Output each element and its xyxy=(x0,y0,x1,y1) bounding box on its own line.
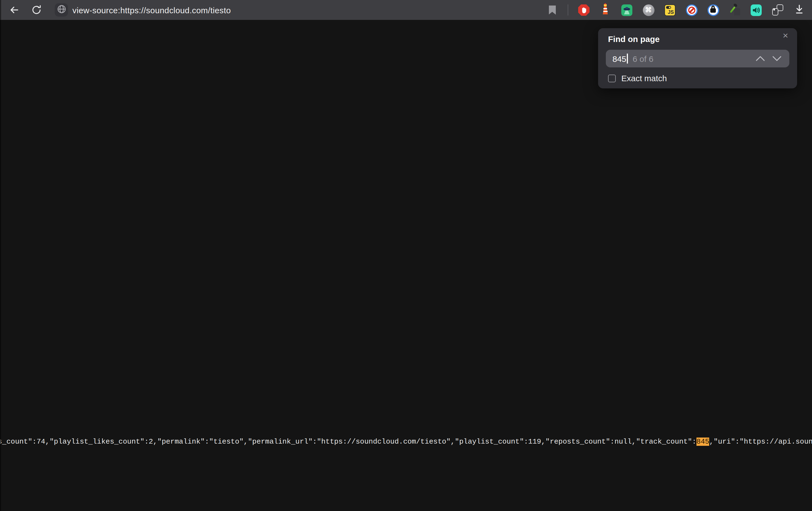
match-count: 6 of 6 xyxy=(633,54,654,63)
globe-favicon-icon xyxy=(57,4,66,16)
site-favicon-chip[interactable] xyxy=(55,3,68,17)
view-source-page: s_count":74,"playlist_likes_count":2,"pe… xyxy=(0,20,812,511)
extension-blocker-sign[interactable] xyxy=(686,4,698,16)
toolbar-extensions-area: ⌘ JS xyxy=(546,0,805,20)
source-text-before-match: s_count":74,"playlist_likes_count":2,"pe… xyxy=(0,438,696,446)
close-button[interactable]: × xyxy=(781,31,790,41)
reload-button[interactable] xyxy=(29,2,44,18)
find-match-highlight: 845 xyxy=(696,438,709,446)
reload-icon xyxy=(31,5,41,15)
previous-match-button[interactable] xyxy=(756,54,765,63)
command-extension-icon: ⌘ xyxy=(643,4,654,16)
js-label: JS xyxy=(668,9,674,14)
lighthouse-extension-icon xyxy=(600,3,611,17)
command-glyph: ⌘ xyxy=(645,6,652,14)
downloads-button[interactable] xyxy=(793,4,805,16)
download-icon xyxy=(794,4,804,16)
tab-stack-button[interactable] xyxy=(772,4,784,16)
find-on-page-panel: Find on page × 845 6 of 6 xyxy=(598,28,797,88)
find-search-input[interactable]: 845 6 of 6 xyxy=(606,50,789,67)
bookmark-icon xyxy=(549,5,556,14)
back-button[interactable] xyxy=(6,2,22,18)
extension-volume[interactable] xyxy=(750,4,762,16)
exact-match-checkbox[interactable] xyxy=(608,74,616,82)
ufo-extension-icon xyxy=(621,4,632,16)
extension-command[interactable]: ⌘ xyxy=(642,4,655,16)
toolbar-divider xyxy=(568,4,568,16)
blocked-sign-extension-icon xyxy=(686,4,697,16)
exact-match-label: Exact match xyxy=(621,73,667,83)
extension-content-blocker[interactable] xyxy=(578,4,590,16)
source-text-after-match: ,"uri":"https://api.soun xyxy=(709,438,812,446)
tab-stack-icon xyxy=(772,4,783,16)
javascript-toggle-extension-icon: JS xyxy=(664,4,675,16)
text-cursor xyxy=(627,54,628,63)
extension-password-manager[interactable] xyxy=(707,4,719,16)
next-match-button[interactable] xyxy=(772,54,782,63)
back-icon xyxy=(8,5,19,15)
extension-lighthouse[interactable] xyxy=(599,4,611,16)
source-code-line: s_count":74,"playlist_likes_count":2,"pe… xyxy=(0,437,812,447)
address-bar-url[interactable]: view-source:https://soundcloud.com/tiest… xyxy=(72,5,231,14)
extension-color-picker[interactable] xyxy=(728,4,741,16)
window-left-edge xyxy=(0,0,1,511)
stop-hand-extension-icon xyxy=(578,4,589,16)
find-panel-title: Find on page xyxy=(608,34,660,43)
browser-toolbar: view-source:https://soundcloud.com/tiest… xyxy=(0,0,812,20)
find-query-text: 845 xyxy=(612,54,626,63)
browser-window: view-source:https://soundcloud.com/tiest… xyxy=(0,0,812,511)
bookmark-button[interactable] xyxy=(546,4,558,16)
close-icon: × xyxy=(783,30,788,41)
extension-ufo[interactable] xyxy=(621,4,633,16)
color-picker-extension-icon xyxy=(728,4,741,16)
extension-javascript-toggle[interactable]: JS xyxy=(664,4,676,16)
password-lock-extension-icon xyxy=(707,4,719,16)
exact-match-row: Exact match xyxy=(608,73,667,83)
js-toggle-switch xyxy=(666,6,671,8)
volume-extension-icon xyxy=(751,4,762,16)
